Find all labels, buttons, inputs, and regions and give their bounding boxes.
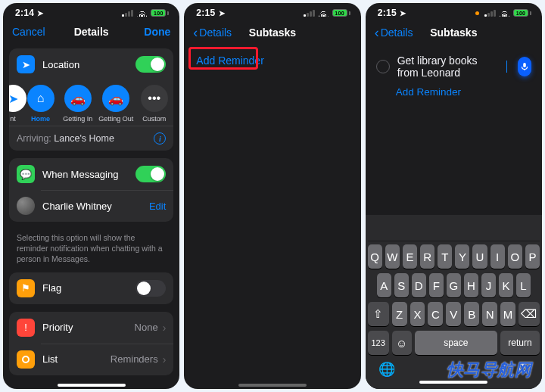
key-m[interactable]: M	[500, 302, 515, 326]
space-key[interactable]: space	[415, 331, 497, 355]
priority-row[interactable]: ! Priority None›	[9, 312, 173, 344]
location-chip-current[interactable]: ➤ nt	[9, 85, 18, 123]
wifi-icon	[137, 9, 147, 17]
key-u[interactable]: U	[472, 244, 487, 269]
key-n[interactable]: N	[482, 302, 497, 326]
messages-icon: 💬	[17, 165, 35, 183]
location-options-strip[interactable]: ➤ nt ⌂ Home 🚗 Getting In 🚗 Getting Out	[9, 80, 173, 126]
nav-bar: ‹ Details Subtasks	[184, 20, 360, 45]
globe-key[interactable]: 🌐	[378, 361, 395, 378]
key-l[interactable]: L	[516, 273, 531, 297]
return-key[interactable]: return	[500, 331, 540, 355]
edit-contact-button[interactable]: Edit	[149, 201, 166, 212]
emoji-key[interactable]: ☺	[392, 331, 412, 355]
when-messaging-row[interactable]: 💬 When Messaging	[9, 158, 173, 190]
key-e[interactable]: E	[403, 244, 417, 269]
add-reminder-button[interactable]: Add Reminder	[375, 86, 533, 98]
list-value: Reminders	[111, 353, 158, 365]
key-i[interactable]: I	[490, 244, 505, 269]
text-cursor	[506, 61, 507, 73]
numbers-key[interactable]: 123	[368, 331, 389, 355]
car-in-icon: 🚗	[64, 85, 92, 112]
back-label: Details	[381, 26, 413, 39]
key-d[interactable]: D	[412, 273, 426, 297]
key-t[interactable]: T	[438, 244, 452, 269]
status-bar: 2:15 ➤ 100	[366, 3, 542, 20]
key-b[interactable]: B	[464, 302, 479, 326]
dictation-mic-icon[interactable]	[518, 57, 531, 76]
key-k[interactable]: K	[499, 273, 513, 297]
keyboard-row-2: ASDFGHJKL	[368, 273, 540, 297]
wifi-icon	[319, 9, 329, 17]
key-v[interactable]: V	[446, 302, 461, 326]
flag-toggle[interactable]	[135, 280, 166, 297]
messaging-hint: Selecting this option will show the remi…	[9, 229, 173, 272]
home-indicator[interactable]	[238, 384, 307, 387]
wifi-icon	[500, 9, 509, 17]
key-y[interactable]: Y	[455, 244, 469, 269]
subtask-checkbox[interactable]	[376, 60, 390, 73]
keyboard-footer: 🌐	[368, 359, 540, 378]
shift-key[interactable]: ⇧	[368, 302, 389, 326]
priority-value: None	[135, 322, 158, 333]
keyboard-row-4: 123 ☺ space return	[368, 331, 540, 355]
home-indicator[interactable]	[58, 384, 126, 387]
add-reminder-button[interactable]: Add Reminder	[196, 54, 264, 67]
subtask-item[interactable]: Get library books from Leonard	[375, 50, 533, 83]
list-row[interactable]: List Reminders›	[9, 344, 173, 375]
nav-bar: ‹ Details Subtasks	[366, 20, 542, 45]
location-toggle[interactable]	[135, 56, 166, 73]
cellular-signal-icon	[304, 10, 315, 17]
messaging-card: 💬 When Messaging Charlie Whitney Edit	[9, 158, 173, 222]
key-h[interactable]: H	[464, 273, 478, 297]
cellular-signal-icon	[484, 10, 496, 17]
key-w[interactable]: W	[385, 244, 400, 269]
key-a[interactable]: A	[377, 273, 391, 297]
backspace-key[interactable]: ⌫	[519, 302, 540, 326]
arriving-label: Arriving:	[17, 133, 51, 144]
back-button[interactable]: ‹ Details	[193, 26, 232, 39]
cancel-button[interactable]: Cancel	[12, 26, 45, 38]
cellular-signal-icon	[122, 10, 133, 17]
status-time: 2:14	[15, 8, 34, 18]
key-c[interactable]: C	[428, 302, 443, 326]
car-out-icon: 🚗	[102, 85, 129, 112]
key-s[interactable]: S	[394, 273, 409, 297]
back-button[interactable]: ‹ Details	[375, 26, 413, 39]
location-card: ➤ Location ➤ nt ⌂ Home 🚗 Getting	[9, 48, 173, 151]
flag-card: ⚑ Flag	[9, 272, 173, 304]
location-chip-getting-in[interactable]: 🚗 Getting In	[63, 85, 92, 123]
keyboard[interactable]: QWERTYUIOP ASDFGHJKL ⇧ ZXCVBNM ⌫ 123 ☺ s…	[366, 215, 542, 389]
home-indicator[interactable]	[419, 381, 487, 384]
location-row[interactable]: ➤ Location	[9, 48, 173, 80]
arriving-row[interactable]: Arriving: Lance's Home i	[9, 126, 173, 151]
status-time: 2:15	[196, 8, 215, 18]
priority-list-card: ! Priority None› List Reminders›	[9, 312, 173, 375]
key-q[interactable]: Q	[368, 244, 382, 269]
done-button[interactable]: Done	[144, 26, 170, 38]
flag-row[interactable]: ⚑ Flag	[9, 272, 173, 304]
key-j[interactable]: J	[481, 273, 496, 297]
key-p[interactable]: P	[525, 244, 540, 269]
key-z[interactable]: Z	[392, 302, 407, 326]
key-f[interactable]: F	[429, 273, 444, 297]
contact-avatar-icon	[17, 197, 35, 215]
list-icon	[17, 350, 35, 369]
dictation-key[interactable]	[517, 362, 529, 378]
location-chip-home[interactable]: ⌂ Home	[26, 85, 55, 123]
status-bar: 2:15 ➤ 100	[184, 3, 360, 20]
location-chip-custom[interactable]: ••• Custom	[139, 85, 169, 123]
keyboard-row-3: ⇧ ZXCVBNM ⌫	[368, 302, 540, 326]
location-chip-getting-out[interactable]: 🚗 Getting Out	[100, 85, 132, 123]
key-r[interactable]: R	[420, 244, 434, 269]
key-x[interactable]: X	[410, 302, 425, 326]
messaging-toggle[interactable]	[135, 166, 166, 182]
subtask-text-input[interactable]: Get library books from Leonard	[397, 54, 500, 79]
key-g[interactable]: G	[447, 273, 461, 297]
key-o[interactable]: O	[508, 244, 522, 269]
svg-rect-4	[523, 63, 526, 67]
keyboard-suggestions-bar[interactable]	[368, 219, 540, 241]
subtasks-content: Add Reminder	[184, 45, 360, 381]
messaging-contact-row[interactable]: Charlie Whitney Edit	[9, 190, 173, 222]
info-icon[interactable]: i	[154, 132, 166, 145]
